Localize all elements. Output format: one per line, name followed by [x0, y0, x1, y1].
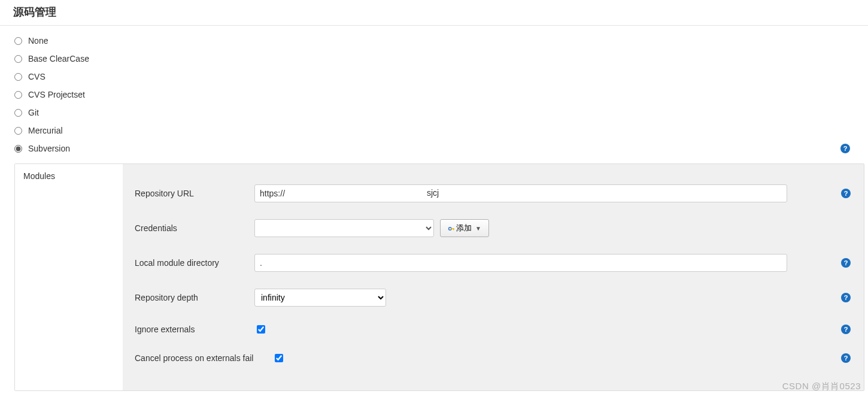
local-dir-input[interactable] — [254, 254, 787, 272]
scm-radio-git[interactable] — [14, 109, 22, 117]
help-icon[interactable]: ? — [841, 293, 851, 302]
ignore-externals-label: Ignore externals — [135, 325, 254, 334]
local-dir-label: Local module directory — [135, 258, 254, 268]
modules-tab-label: Modules — [23, 171, 55, 181]
scm-radio-mercurial[interactable] — [14, 127, 22, 135]
help-icon[interactable]: ? — [841, 325, 851, 334]
scm-label-subversion[interactable]: Subversion — [28, 144, 70, 153]
help-icon[interactable]: ? — [841, 189, 851, 198]
scm-label-clearcase[interactable]: Base ClearCase — [28, 54, 89, 63]
scm-options: None Base ClearCase CVS CVS Projectset G… — [0, 26, 868, 160]
svg-rect-2 — [453, 228, 454, 230]
cancel-on-fail-label: Cancel process on externals fail — [135, 353, 272, 363]
scm-label-git[interactable]: Git — [28, 108, 39, 117]
ignore-externals-checkbox[interactable] — [257, 325, 265, 334]
modules-tab: Modules — [15, 164, 123, 390]
scm-radio-clearcase[interactable] — [14, 55, 22, 63]
repo-depth-select[interactable]: infinity — [254, 289, 386, 307]
section-title: 源码管理 — [0, 0, 868, 26]
credentials-select[interactable] — [254, 219, 434, 237]
chevron-down-icon: ▼ — [475, 225, 481, 232]
repo-url-label: Repository URL — [135, 189, 254, 198]
scm-label-cvs[interactable]: CVS — [28, 72, 45, 81]
subversion-panel: Modules Repository URL sjcj ? Credential… — [14, 163, 864, 391]
scm-radio-cvs-projectset[interactable] — [14, 91, 22, 99]
help-icon[interactable]: ? — [841, 258, 851, 268]
scm-label-cvs-projectset[interactable]: CVS Projectset — [28, 90, 85, 99]
scm-label-none[interactable]: None — [28, 36, 48, 46]
add-credentials-button[interactable]: 添加 ▼ — [440, 219, 489, 237]
repo-url-input[interactable] — [254, 184, 787, 202]
help-icon[interactable]: ? — [840, 144, 850, 153]
credentials-label: Credentials — [135, 223, 254, 233]
scm-radio-subversion[interactable] — [14, 145, 22, 153]
scm-label-mercurial[interactable]: Mercurial — [28, 126, 63, 135]
help-icon[interactable]: ? — [841, 353, 851, 363]
repo-depth-label: Repository depth — [135, 293, 254, 302]
cancel-on-fail-checkbox[interactable] — [275, 354, 283, 362]
add-button-label: 添加 — [456, 223, 472, 234]
key-icon — [448, 225, 454, 231]
scm-radio-none[interactable] — [14, 37, 22, 45]
scm-radio-cvs[interactable] — [14, 73, 22, 81]
